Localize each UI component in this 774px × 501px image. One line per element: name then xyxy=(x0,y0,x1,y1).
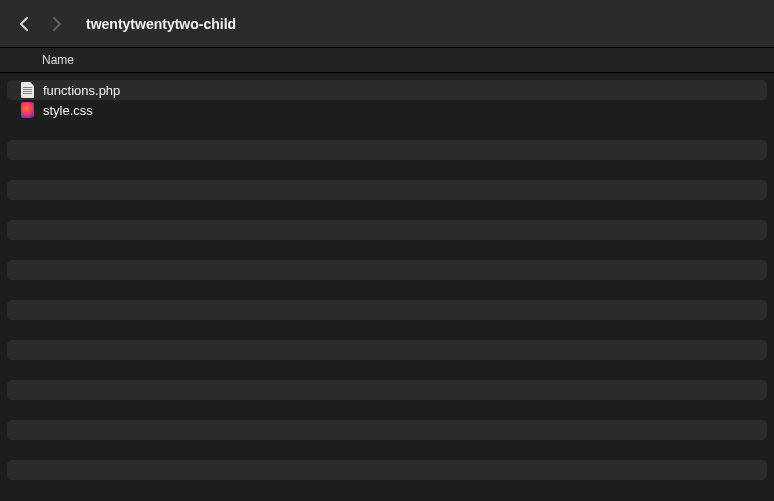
folder-title: twentytwentytwo-child xyxy=(86,16,236,32)
file-row[interactable]: functions.php xyxy=(7,80,767,100)
column-header-name[interactable]: Name xyxy=(42,53,74,67)
empty-row xyxy=(7,260,767,280)
file-list: functions.phpstyle.css xyxy=(0,73,774,480)
nav-back-button[interactable] xyxy=(12,12,36,36)
column-header-row: Name xyxy=(0,47,774,73)
nav-forward-button[interactable] xyxy=(44,12,68,36)
empty-row xyxy=(7,420,767,440)
chevron-right-icon xyxy=(51,16,62,32)
empty-row xyxy=(7,180,767,200)
toolbar: twentytwentytwo-child xyxy=(0,0,774,47)
empty-row xyxy=(7,340,767,360)
file-name: style.css xyxy=(43,104,93,117)
chevron-left-icon xyxy=(19,16,30,32)
empty-row xyxy=(7,300,767,320)
empty-row xyxy=(7,140,767,160)
css-file-icon xyxy=(21,102,34,118)
empty-row xyxy=(7,380,767,400)
file-name: functions.php xyxy=(43,84,120,97)
document-file-icon xyxy=(21,82,34,98)
empty-row xyxy=(7,220,767,240)
file-row[interactable]: style.css xyxy=(7,100,767,120)
empty-row xyxy=(7,460,767,480)
